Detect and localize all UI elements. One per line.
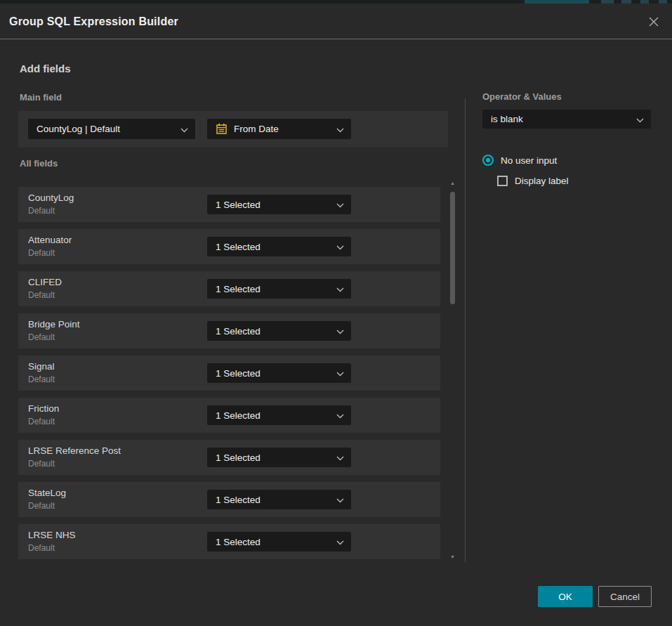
- group-sql-expression-builder-dialog: Group SQL Expression Builder Add fields …: [0, 4, 672, 626]
- add-fields-heading: Add fields: [20, 63, 71, 74]
- display-label-label: Display label: [515, 176, 569, 186]
- field-selected-value: 1 Selected: [216, 452, 261, 463]
- field-selected-value: 1 Selected: [216, 326, 261, 337]
- field-row[interactable]: Signal Default 1 Selected: [18, 356, 440, 391]
- field-row[interactable]: Bridge Point Default 1 Selected: [18, 313, 440, 348]
- all-fields-label: All fields: [20, 158, 58, 169]
- field-row[interactable]: Friction Default 1 Selected: [18, 398, 440, 433]
- field-selected-value: 1 Selected: [216, 200, 261, 210]
- field-selected-dropdown[interactable]: 1 Selected: [207, 363, 351, 383]
- main-field-layer-select[interactable]: CountyLog | Default: [28, 119, 195, 139]
- no-user-input-radio[interactable]: No user input: [482, 155, 557, 166]
- field-selected-value: 1 Selected: [216, 284, 261, 294]
- close-icon: [647, 15, 660, 28]
- all-fields-list: CountyLog Default 1 Selected Attenuator …: [18, 187, 440, 566]
- field-selected-dropdown[interactable]: 1 Selected: [207, 532, 351, 552]
- chevron-down-icon: [336, 535, 344, 548]
- cancel-button[interactable]: Cancel: [598, 586, 652, 607]
- field-name: CountyLog: [28, 193, 74, 203]
- field-name: CLIFED: [28, 277, 62, 287]
- no-user-input-label: No user input: [501, 155, 557, 166]
- panel-divider: [465, 98, 466, 562]
- field-row[interactable]: CLIFED Default 1 Selected: [18, 271, 440, 306]
- close-button[interactable]: [645, 13, 662, 30]
- field-selected-value: 1 Selected: [216, 410, 261, 421]
- scrollbar-thumb[interactable]: [450, 192, 455, 304]
- field-selected-value: 1 Selected: [216, 495, 261, 505]
- scrollbar-up-arrow-icon[interactable]: ▲: [449, 181, 456, 186]
- chevron-down-icon: [336, 451, 344, 464]
- chevron-down-icon: [336, 123, 344, 136]
- field-row[interactable]: LRSE NHS Default 1 Selected: [18, 524, 440, 559]
- field-selected-dropdown[interactable]: 1 Selected: [207, 405, 351, 425]
- operator-select[interactable]: is blank: [482, 110, 651, 129]
- main-field-layer-value: CountyLog | Default: [37, 124, 120, 134]
- field-subtitle: Default: [28, 206, 55, 216]
- dialog-header: Group SQL Expression Builder: [0, 4, 672, 39]
- field-name: Attenuator: [28, 235, 72, 245]
- operator-values-label: Operator & Values: [482, 91, 562, 102]
- field-subtitle: Default: [28, 248, 55, 258]
- field-selected-dropdown[interactable]: 1 Selected: [207, 195, 351, 214]
- radio-selected-icon: [482, 155, 494, 166]
- field-subtitle: Default: [28, 543, 55, 553]
- field-subtitle: Default: [28, 332, 55, 342]
- main-field-label: Main field: [20, 92, 62, 103]
- field-row[interactable]: Attenuator Default 1 Selected: [18, 229, 440, 264]
- chevron-down-icon: [336, 367, 344, 379]
- field-selected-dropdown[interactable]: 1 Selected: [207, 448, 351, 467]
- field-subtitle: Default: [28, 417, 55, 426]
- dialog-title: Group SQL Expression Builder: [9, 15, 178, 28]
- chevron-down-icon: [336, 409, 344, 422]
- field-row[interactable]: LRSE Reference Post Default 1 Selected: [18, 440, 440, 475]
- chevron-down-icon: [336, 240, 344, 253]
- field-subtitle: Default: [28, 459, 55, 469]
- field-name: Bridge Point: [28, 319, 80, 330]
- field-name: Friction: [28, 403, 59, 414]
- display-label-checkbox[interactable]: Display label: [497, 176, 569, 186]
- field-name: LRSE NHS: [28, 530, 76, 540]
- chevron-down-icon: [336, 282, 344, 295]
- chevron-down-icon: [336, 493, 344, 506]
- field-subtitle: Default: [28, 290, 55, 300]
- field-selected-dropdown[interactable]: 1 Selected: [207, 237, 351, 256]
- field-selected-value: 1 Selected: [216, 368, 261, 379]
- ok-button[interactable]: OK: [538, 586, 593, 607]
- field-subtitle: Default: [28, 501, 55, 511]
- field-row[interactable]: CountyLog Default 1 Selected: [18, 187, 440, 222]
- field-selected-dropdown[interactable]: 1 Selected: [207, 490, 351, 509]
- field-name: Signal: [28, 361, 55, 372]
- field-selected-dropdown[interactable]: 1 Selected: [207, 279, 351, 299]
- calendar-date-icon: [216, 123, 228, 135]
- chevron-down-icon: [336, 325, 344, 337]
- chevron-down-icon: [636, 113, 644, 126]
- field-subtitle: Default: [28, 374, 55, 384]
- field-selected-value: 1 Selected: [216, 537, 261, 547]
- field-selected-dropdown[interactable]: 1 Selected: [207, 321, 351, 341]
- chevron-down-icon: [336, 198, 344, 211]
- field-name: StateLog: [28, 488, 66, 498]
- main-field-date-select[interactable]: From Date: [207, 119, 351, 139]
- field-selected-value: 1 Selected: [216, 242, 261, 252]
- field-name: LRSE Reference Post: [28, 445, 121, 456]
- operator-value: is blank: [491, 114, 523, 124]
- main-field-date-value: From Date: [234, 124, 279, 134]
- scrollbar-down-arrow-icon[interactable]: ▼: [449, 554, 456, 560]
- main-field-panel: CountyLog | Default From Date: [18, 111, 448, 148]
- fields-list-scrollbar[interactable]: ▲ ▼: [449, 181, 456, 560]
- field-row[interactable]: StateLog Default 1 Selected: [18, 482, 440, 517]
- chevron-down-icon: [180, 123, 188, 136]
- checkbox-unchecked-icon: [497, 176, 508, 186]
